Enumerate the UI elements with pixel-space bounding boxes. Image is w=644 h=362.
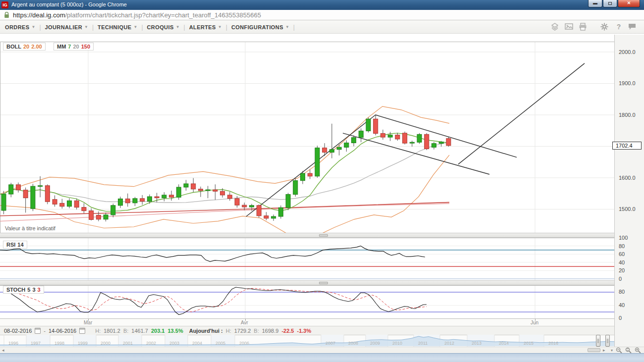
- date-separator: -: [44, 328, 46, 334]
- rsi-indicator-chip[interactable]: RSI14: [3, 241, 27, 249]
- candle: [337, 147, 341, 149]
- mm-indicator-chip[interactable]: MM720150: [54, 43, 94, 51]
- menu-bar: ORDRES▼|JOURNALIER▼|TECHNIQUE▼|CROQUIS▼|…: [5, 20, 299, 34]
- horizontal-scrollbar[interactable]: ◂ ▸ ▾: [0, 347, 644, 353]
- collapse-panel-icon[interactable]: ▾: [611, 348, 613, 353]
- menu-alertes[interactable]: ALERTES▼: [189, 24, 222, 30]
- ssl-lock-icon[interactable]: [4, 12, 9, 18]
- menu-technique[interactable]: TECHNIQUE▼: [98, 24, 137, 30]
- today-low-value: 1698.9: [262, 328, 279, 334]
- rsi-panel[interactable]: [0, 238, 614, 280]
- candle: [403, 133, 407, 143]
- boll-indicator-chip[interactable]: BOLL202.00: [3, 43, 46, 51]
- candle: [74, 201, 79, 207]
- maximize-icon: [608, 2, 612, 5]
- address-url[interactable]: https://deal.ig.com/platform/chart/tickc…: [13, 11, 261, 19]
- stoch-axis-label: 80: [619, 289, 625, 295]
- scroll-left-arrow-icon[interactable]: ◂: [2, 348, 4, 353]
- current-price-tag[interactable]: 1702.4: [612, 142, 642, 150]
- divider-grip-icon[interactable]: [319, 234, 328, 237]
- candle: [169, 195, 174, 197]
- today-change-value: -22.5: [281, 328, 294, 334]
- settings-gear-icon[interactable]: [600, 23, 609, 31]
- menu-ordres[interactable]: ORDRES▼: [5, 24, 35, 30]
- timeline-minimap-chart[interactable]: [0, 335, 614, 347]
- candle: [213, 190, 217, 191]
- date-from[interactable]: 08-02-2016: [4, 328, 32, 334]
- x-axis: MarAvrJun: [0, 318, 614, 326]
- main-price-chart[interactable]: [0, 35, 614, 233]
- minimap-handle-left[interactable]: [596, 335, 600, 347]
- chevron-down-icon: ▼: [218, 25, 222, 29]
- menu-separator: |: [141, 24, 143, 31]
- maximize-button[interactable]: [603, 0, 617, 7]
- stoch-k: 5: [27, 287, 30, 293]
- minimap-handle-right[interactable]: [605, 335, 610, 347]
- ig-favicon: IG: [1, 1, 8, 8]
- rsi-line: [0, 246, 425, 261]
- menu-configurations[interactable]: CONFIGURATIONS▼: [231, 24, 289, 30]
- candle: [38, 186, 43, 187]
- boll-label: BOLL: [6, 44, 21, 50]
- chevron-down-icon: ▼: [133, 25, 137, 29]
- stoch-indicator-chip[interactable]: STOCH533: [3, 286, 44, 294]
- scroll-right-arrow-icon[interactable]: ▸: [603, 348, 605, 353]
- candle: [395, 135, 400, 139]
- close-button[interactable]: ✕: [618, 0, 640, 7]
- panel-divider-stoch[interactable]: [0, 280, 614, 285]
- feedback-bubble-icon[interactable]: [628, 23, 637, 31]
- rsi-axis-label: 0: [619, 276, 622, 282]
- price-axis-label: 1900.0: [619, 80, 636, 86]
- today-high-label: H:: [226, 328, 231, 334]
- year-label: 2008: [348, 341, 358, 346]
- price-axis-label: 1500.0: [619, 206, 636, 212]
- year-label: 2004: [192, 341, 202, 346]
- menu-separator: |: [293, 24, 295, 31]
- menu-croquis[interactable]: CROQUIS▼: [147, 24, 180, 30]
- menu-journalier[interactable]: JOURNALIER▼: [45, 24, 88, 30]
- stochastic-panel[interactable]: [0, 285, 614, 318]
- candle: [155, 197, 159, 198]
- price-axis[interactable]: 2000.01900.01800.01600.01500.01008060402…: [614, 35, 644, 347]
- candle: [118, 199, 123, 205]
- today-change-pct: -1.3%: [297, 328, 311, 334]
- panel-divider-rsi[interactable]: [0, 233, 614, 238]
- year-label: 2009: [370, 341, 380, 346]
- status-bar: 08-02-2016 - 14-06-2016 H: 1801.2 B: 146…: [0, 326, 614, 335]
- snapshot-image-icon[interactable]: [565, 23, 574, 31]
- candle: [82, 207, 86, 211]
- rsi-axis-label: 40: [619, 259, 625, 265]
- minimize-button[interactable]: ▬: [588, 0, 602, 7]
- month-label: Mar: [84, 320, 92, 325]
- url-path: /platform/chart/tickchart.jsp?chartKey=c…: [65, 11, 261, 19]
- divider-grip-icon[interactable]: [319, 282, 328, 284]
- candle: [257, 206, 261, 216]
- chevron-down-icon: ▼: [285, 25, 289, 29]
- year-label: 2014: [499, 341, 509, 346]
- candle: [388, 135, 392, 137]
- date-to[interactable]: 14-06-2016: [49, 328, 76, 334]
- year-label: 2003: [169, 341, 179, 346]
- stoch-d: 3: [38, 287, 41, 293]
- year-label: 2001: [123, 341, 133, 346]
- scrollbar-thumb[interactable]: [588, 348, 600, 352]
- chart-toolbar: ORDRES▼|JOURNALIER▼|TECHNIQUE▼|CROQUIS▼|…: [0, 20, 644, 34]
- rsi-period: 14: [17, 242, 23, 248]
- toolbar-icons: ?: [551, 23, 637, 31]
- candle: [446, 139, 451, 146]
- year-label: 2006: [239, 341, 249, 346]
- boll-deviation: 2.00: [31, 44, 42, 50]
- candle: [133, 199, 137, 203]
- calendar-to-icon[interactable]: [79, 328, 85, 334]
- candle: [249, 206, 254, 207]
- help-icon[interactable]: ?: [614, 23, 623, 31]
- print-icon[interactable]: [579, 23, 588, 31]
- layers-icon[interactable]: [551, 23, 560, 31]
- candle: [162, 195, 166, 198]
- calendar-from-icon[interactable]: [35, 328, 41, 334]
- period-high-label: H:: [95, 328, 101, 334]
- candle: [60, 203, 64, 206]
- candle: [45, 186, 50, 202]
- boll-period: 20: [23, 44, 29, 50]
- mm-period-2: 20: [73, 44, 79, 50]
